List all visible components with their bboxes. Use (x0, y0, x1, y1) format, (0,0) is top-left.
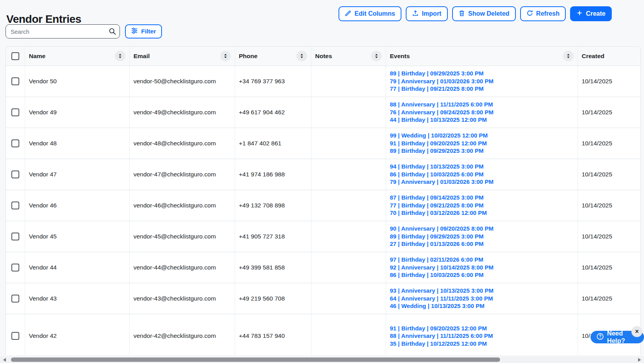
event-link[interactable]: 35 | Birthday | 10/12/2025 12:00 PM (390, 340, 574, 348)
cell-phone: +41 974 186 988 (235, 159, 311, 190)
refresh-label: Refresh (536, 10, 560, 17)
scroll-right-arrow[interactable] (638, 358, 641, 362)
cell-name: Vendor 48 (25, 128, 129, 159)
cell-notes (311, 283, 386, 314)
event-link[interactable]: 46 | Wedding | 10/13/2025 3:00 PM (390, 302, 574, 310)
column-header-events: Events (390, 53, 410, 60)
cell-notes (311, 97, 386, 128)
column-header-name: Name (29, 53, 46, 60)
question-circle-icon (596, 333, 604, 342)
event-link[interactable]: 27 | Birthday | 01/13/2026 6:00 PM (390, 240, 574, 248)
sort-events-button[interactable] (563, 51, 574, 61)
event-link[interactable]: 97 | Birthday | 02/11/2026 6:00 PM (390, 256, 574, 264)
table-row: Vendor 43 vendor-43@checklistguro.com +4… (6, 283, 641, 314)
cell-events: 87 | Birthday | 09/14/2025 3:00 PM 77 | … (386, 190, 578, 221)
cell-email: vendor-42@checklistguro.com (129, 314, 235, 355)
cell-email: vendor-45@checklistguro.com (129, 221, 235, 252)
table-row: Vendor 46 vendor-46@checklistguro.com +4… (6, 190, 641, 221)
trash-icon (458, 10, 465, 18)
row-checkbox[interactable] (11, 139, 19, 147)
event-link[interactable]: 91 | Birthday | 09/20/2025 12:00 PM (390, 139, 574, 147)
event-link[interactable]: 79 | Anniversary | 01/03/2026 3:00 PM (390, 77, 574, 85)
import-label: Import (422, 10, 442, 17)
row-checkbox[interactable] (11, 202, 19, 209)
cell-name: Vendor 45 (25, 221, 129, 252)
refresh-icon (526, 10, 533, 18)
event-link[interactable]: 93 | Anniversary | 10/13/2025 3:00 PM (390, 287, 574, 295)
event-link[interactable]: 88 | Anniversary | 11/11/2025 6:00 PM (390, 101, 574, 108)
sort-notes-button[interactable] (371, 51, 382, 61)
event-link[interactable]: 92 | Anniversary | 10/14/2025 8:00 PM (390, 264, 574, 271)
cell-name: Vendor 44 (25, 252, 129, 283)
horizontal-scrollbar[interactable] (0, 356, 644, 363)
cell-created: 10/14/2025 (578, 283, 641, 314)
sort-name-button[interactable] (115, 51, 125, 61)
cell-events: 90 | Anniversary | 09/20/2025 8:00 PM 89… (386, 221, 578, 252)
row-checkbox[interactable] (11, 233, 19, 240)
cell-email: vendor-46@checklistguro.com (129, 190, 235, 221)
vendor-table: Name Email Phone Notes Events Created Ve… (6, 46, 641, 355)
event-link[interactable]: 94 | Birthday | 10/13/2025 3:00 PM (390, 163, 574, 170)
cell-name: Vendor 46 (25, 190, 129, 221)
event-link[interactable]: 86 | Birthday | 10/03/2025 6:00 PM (390, 271, 574, 279)
cell-created: 10/14/2025 (578, 190, 641, 221)
event-link[interactable]: 79 | Anniversary | 01/03/2026 3:00 PM (390, 178, 574, 186)
sliders-icon (131, 27, 138, 36)
table-row: Vendor 42 vendor-42@checklistguro.com +4… (6, 314, 641, 355)
edit-columns-button[interactable]: Edit Columns (339, 6, 401, 21)
event-link[interactable]: 76 | Anniversary | 09/24/2025 8:00 PM (390, 108, 574, 116)
cell-events: 99 | Wedding | 10/02/2025 12:00 PM 91 | … (386, 128, 578, 159)
cell-phone: +44 783 157 940 (235, 314, 311, 355)
sort-email-button[interactable] (220, 51, 231, 61)
table-row: Vendor 45 vendor-45@checklistguro.com +4… (6, 221, 641, 252)
cell-phone: +49 219 560 708 (235, 283, 311, 314)
table-row: Vendor 48 vendor-48@checklistguro.com +1… (6, 128, 641, 159)
row-checkbox[interactable] (11, 170, 19, 178)
create-button[interactable]: Create (570, 6, 612, 21)
event-link[interactable]: 89 | Birthday | 09/29/2025 3:00 PM (390, 147, 574, 155)
cell-email: vendor-48@checklistguro.com (129, 128, 235, 159)
search-box (6, 24, 120, 38)
cell-created: 10/14/2025 (578, 221, 641, 252)
event-link[interactable]: 91 | Birthday | 09/20/2025 12:00 PM (390, 324, 574, 332)
event-link[interactable]: 86 | Birthday | 10/03/2025 6:00 PM (390, 170, 574, 178)
event-link[interactable]: 64 | Anniversary | 11/11/2025 3:00 PM (390, 295, 574, 302)
close-icon[interactable]: × (631, 326, 642, 337)
event-link[interactable]: 90 | Anniversary | 09/20/2025 8:00 PM (390, 225, 574, 233)
search-icon[interactable] (109, 28, 116, 37)
scroll-left-arrow[interactable] (3, 358, 6, 362)
table-row: Vendor 44 vendor-44@checklistguro.com +4… (6, 252, 641, 283)
cell-email: vendor-47@checklistguro.com (129, 159, 235, 190)
event-link[interactable]: 87 | Birthday | 09/14/2025 3:00 PM (390, 194, 574, 202)
cell-name: Vendor 42 (25, 314, 129, 355)
cell-created: 10/14/2025 (578, 128, 641, 159)
table-row: Vendor 47 vendor-47@checklistguro.com +4… (6, 159, 641, 190)
search-input[interactable] (6, 24, 120, 38)
select-all-checkbox[interactable] (11, 52, 19, 60)
event-link[interactable]: 88 | Anniversary | 11/11/2025 6:00 PM (390, 332, 574, 340)
cell-name: Vendor 47 (25, 159, 129, 190)
event-link[interactable]: 89 | Birthday | 09/29/2025 3:00 PM (390, 233, 574, 240)
row-checkbox[interactable] (11, 77, 19, 85)
event-link[interactable]: 70 | Birthday | 03/12/2026 12:00 PM (390, 209, 574, 217)
filter-label: Filter (141, 28, 156, 35)
event-link[interactable]: 89 | Birthday | 09/29/2025 3:00 PM (390, 70, 574, 77)
cell-phone: +34 769 377 963 (235, 66, 311, 97)
import-button[interactable]: Import (406, 6, 448, 21)
event-link[interactable]: 77 | Birthday | 09/21/2025 8:00 PM (390, 85, 574, 93)
row-checkbox[interactable] (11, 264, 19, 271)
refresh-button[interactable]: Refresh (520, 6, 566, 21)
event-link[interactable]: 99 | Wedding | 10/02/2025 12:00 PM (390, 132, 574, 139)
filter-button[interactable]: Filter (125, 24, 162, 38)
edit-columns-label: Edit Columns (355, 10, 395, 17)
cell-events: 91 | Birthday | 09/20/2025 12:00 PM 88 |… (386, 314, 578, 355)
row-checkbox[interactable] (11, 295, 19, 302)
sort-phone-button[interactable] (296, 51, 307, 61)
row-checkbox[interactable] (11, 108, 19, 116)
event-link[interactable]: 77 | Birthday | 09/21/2025 8:00 PM (390, 202, 574, 209)
cell-notes (311, 252, 386, 283)
show-deleted-button[interactable]: Show Deleted (452, 6, 516, 21)
scrollbar-thumb[interactable] (11, 358, 500, 362)
event-link[interactable]: 44 | Birthday | 10/13/2025 12:00 PM (390, 116, 574, 124)
row-checkbox[interactable] (11, 332, 19, 340)
